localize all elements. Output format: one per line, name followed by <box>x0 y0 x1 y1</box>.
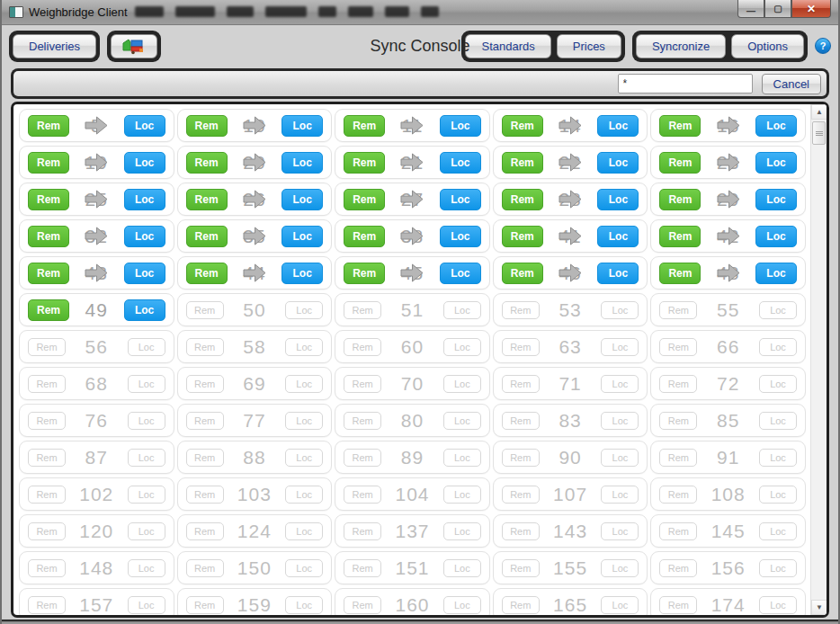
loc-button[interactable]: Loc <box>124 226 165 247</box>
help-button[interactable]: ? <box>815 38 831 54</box>
scroll-thumb[interactable] <box>812 121 826 145</box>
loc-button[interactable]: Loc <box>759 596 797 614</box>
rem-button[interactable]: Rem <box>344 115 385 137</box>
rem-button[interactable]: Rem <box>186 412 224 430</box>
loc-button[interactable]: Loc <box>759 412 797 430</box>
loc-button[interactable]: Loc <box>128 412 165 430</box>
rem-button[interactable]: Rem <box>28 263 69 284</box>
loc-button[interactable]: Loc <box>285 375 323 393</box>
scroll-up-button[interactable]: ▲ <box>811 104 827 120</box>
loc-button[interactable]: Loc <box>440 115 481 137</box>
rem-button[interactable]: Rem <box>28 189 69 210</box>
rem-button[interactable]: Rem <box>344 301 381 319</box>
rem-button[interactable]: Rem <box>344 226 385 247</box>
rem-button[interactable]: Rem <box>344 596 381 614</box>
loc-button[interactable]: Loc <box>597 226 639 247</box>
rem-button[interactable]: Rem <box>659 412 697 430</box>
loc-button[interactable]: Loc <box>601 559 639 577</box>
loc-button[interactable]: Loc <box>755 189 797 210</box>
loc-button[interactable]: Loc <box>755 263 797 284</box>
rem-button[interactable]: Rem <box>502 115 543 137</box>
rem-button[interactable]: Rem <box>344 486 381 504</box>
loc-button[interactable]: Loc <box>281 189 323 210</box>
loc-button[interactable]: Loc <box>128 596 165 614</box>
rem-button[interactable]: Rem <box>502 375 540 393</box>
rem-button[interactable]: Rem <box>344 449 381 467</box>
loc-button[interactable]: Loc <box>285 449 323 467</box>
loc-button[interactable]: Loc <box>601 338 639 356</box>
loc-button[interactable]: Loc <box>128 522 165 540</box>
rem-button[interactable]: Rem <box>502 189 543 210</box>
standards-button[interactable]: Standards <box>465 34 550 58</box>
loc-button[interactable]: Loc <box>440 189 481 210</box>
loc-button[interactable]: Loc <box>128 449 165 467</box>
rem-button[interactable]: Rem <box>344 152 385 174</box>
loc-button[interactable]: Loc <box>285 486 323 504</box>
rem-button[interactable]: Rem <box>502 338 540 356</box>
rem-button[interactable]: Rem <box>344 412 381 430</box>
loc-button[interactable]: Loc <box>601 596 639 614</box>
rem-button[interactable]: Rem <box>186 375 224 393</box>
rem-button[interactable]: Rem <box>659 375 697 393</box>
loc-button[interactable]: Loc <box>124 299 165 321</box>
loc-button[interactable]: Loc <box>128 338 165 356</box>
truck-view-button[interactable] <box>111 34 157 58</box>
loc-button[interactable]: Loc <box>597 263 639 284</box>
loc-button[interactable]: Loc <box>443 596 481 614</box>
rem-button[interactable]: Rem <box>502 412 540 430</box>
loc-button[interactable]: Loc <box>443 412 481 430</box>
loc-button[interactable]: Loc <box>124 263 165 284</box>
rem-button[interactable]: Rem <box>28 226 69 247</box>
rem-button[interactable]: Rem <box>186 522 224 540</box>
loc-button[interactable]: Loc <box>755 115 797 137</box>
loc-button[interactable]: Loc <box>759 338 797 356</box>
loc-button[interactable]: Loc <box>285 522 323 540</box>
loc-button[interactable]: Loc <box>443 522 481 540</box>
rem-button[interactable]: Rem <box>659 449 697 467</box>
rem-button[interactable]: Rem <box>659 559 697 577</box>
rem-button[interactable]: Rem <box>659 263 701 284</box>
rem-button[interactable]: Rem <box>28 338 66 356</box>
rem-button[interactable]: Rem <box>502 226 543 247</box>
loc-button[interactable]: Loc <box>601 522 639 540</box>
rem-button[interactable]: Rem <box>502 449 540 467</box>
rem-button[interactable]: Rem <box>28 299 69 321</box>
rem-button[interactable]: Rem <box>502 486 540 504</box>
loc-button[interactable]: Loc <box>597 189 639 210</box>
rem-button[interactable]: Rem <box>186 486 224 504</box>
rem-button[interactable]: Rem <box>28 412 66 430</box>
loc-button[interactable]: Loc <box>597 115 639 137</box>
loc-button[interactable]: Loc <box>128 486 165 504</box>
rem-button[interactable]: Rem <box>344 375 381 393</box>
loc-button[interactable]: Loc <box>601 301 639 319</box>
scroll-down-button[interactable]: ▼ <box>811 600 827 615</box>
rem-button[interactable]: Rem <box>186 189 228 210</box>
rem-button[interactable]: Rem <box>186 115 228 137</box>
syncronize-button[interactable]: Syncronize <box>636 34 726 58</box>
rem-button[interactable]: Rem <box>659 338 697 356</box>
loc-button[interactable]: Loc <box>440 226 481 247</box>
rem-button[interactable]: Rem <box>659 189 701 210</box>
rem-button[interactable]: Rem <box>186 226 228 247</box>
loc-button[interactable]: Loc <box>440 152 481 174</box>
loc-button[interactable]: Loc <box>128 559 165 577</box>
rem-button[interactable]: Rem <box>28 152 69 174</box>
loc-button[interactable]: Loc <box>755 152 797 174</box>
loc-button[interactable]: Loc <box>124 189 165 210</box>
rem-button[interactable]: Rem <box>28 559 66 577</box>
loc-button[interactable]: Loc <box>443 301 481 319</box>
rem-button[interactable]: Rem <box>28 486 66 504</box>
loc-button[interactable]: Loc <box>601 486 639 504</box>
loc-button[interactable]: Loc <box>759 301 797 319</box>
rem-button[interactable]: Rem <box>28 375 66 393</box>
rem-button[interactable]: Rem <box>659 301 697 319</box>
loc-button[interactable]: Loc <box>597 152 639 174</box>
loc-button[interactable]: Loc <box>281 115 323 137</box>
rem-button[interactable]: Rem <box>659 115 701 137</box>
loc-button[interactable]: Loc <box>281 152 323 174</box>
loc-button[interactable]: Loc <box>440 263 481 284</box>
rem-button[interactable]: Rem <box>186 596 224 614</box>
rem-button[interactable]: Rem <box>186 263 228 284</box>
rem-button[interactable]: Rem <box>344 559 381 577</box>
loc-button[interactable]: Loc <box>759 559 797 577</box>
